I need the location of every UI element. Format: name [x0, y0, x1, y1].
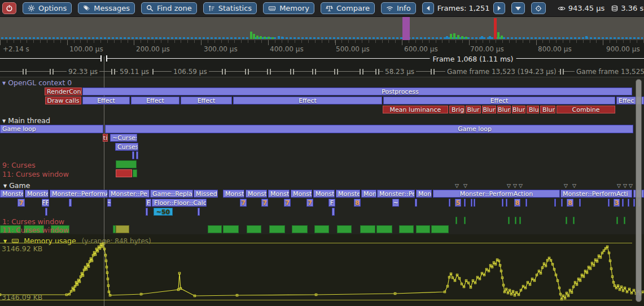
- section-game-header[interactable]: ▼Game: [3, 181, 30, 190]
- zone-bar[interactable]: Effect: [383, 97, 615, 104]
- frame-histogram-bar[interactable]: [446, 36, 448, 39]
- zone-bar[interactable]: [198, 208, 200, 216]
- zone-bar[interactable]: ~: [107, 199, 111, 207]
- plot-label-curses-9[interactable]: 9: Curses: [2, 161, 36, 169]
- zone-bar[interactable]: 8: [354, 199, 361, 207]
- zone-bar[interactable]: 7: [17, 199, 25, 207]
- frame-histogram-bar[interactable]: [457, 35, 459, 39]
- message-marker-icon[interactable]: ▽: [617, 183, 621, 189]
- zone-bar[interactable]: Mons: [361, 190, 376, 198]
- frame-histogram[interactable]: [0, 17, 644, 40]
- zone-bar[interactable]: [474, 199, 475, 207]
- zone-bar[interactable]: Game::Replay: [150, 190, 193, 198]
- zone-bar[interactable]: 5: [455, 199, 461, 207]
- frame-duration-label[interactable]: 106.59 µs: [172, 68, 209, 76]
- zone-bar[interactable]: [519, 217, 521, 224]
- frame-duration-label[interactable]: 92.33 µs: [67, 68, 99, 76]
- message-marker-icon[interactable]: ▽: [519, 183, 523, 189]
- zone-bar[interactable]: Blur: [527, 106, 539, 113]
- zone-bar[interactable]: Monste: [246, 190, 267, 198]
- frame-histogram-bar[interactable]: [281, 37, 283, 39]
- zone-bar[interactable]: 7: [306, 199, 313, 207]
- zone-bar[interactable]: [471, 199, 472, 207]
- zone-bar[interactable]: [515, 217, 516, 224]
- zone-bar[interactable]: [292, 225, 308, 233]
- collapse-view-button[interactable]: [511, 2, 525, 14]
- zone-bar[interactable]: Monster::Pe: [108, 190, 150, 198]
- collapse-triangle-icon[interactable]: ▼: [2, 81, 6, 86]
- zone-bar[interactable]: [146, 208, 148, 216]
- zone-bar[interactable]: FF: [42, 199, 49, 207]
- find-zone-button[interactable]: Find zone: [141, 2, 197, 14]
- zone-bar[interactable]: Blur: [497, 106, 511, 113]
- zone-bar[interactable]: Brigh: [449, 106, 465, 113]
- zone-bar[interactable]: Floor::Floor::Calc: [152, 199, 207, 207]
- zone-bar[interactable]: [506, 199, 507, 207]
- zone-bar[interactable]: Effect: [82, 97, 130, 104]
- zone-bar[interactable]: [360, 225, 375, 233]
- frame-histogram-bar[interactable]: [256, 36, 259, 39]
- zone-bar[interactable]: Game loop: [0, 125, 103, 133]
- zone-bar[interactable]: [269, 225, 285, 233]
- zone-bar[interactable]: [561, 199, 563, 207]
- zone-bar[interactable]: Effect: [181, 97, 232, 104]
- zone-bar[interactable]: Blur: [466, 106, 481, 113]
- zone-bar[interactable]: [133, 169, 137, 177]
- frame-duration-label[interactable]: 59.11 µs: [118, 68, 151, 76]
- zone-bar[interactable]: [573, 217, 575, 224]
- frame-histogram-bar[interactable]: [450, 34, 452, 39]
- zone-bar[interactable]: [332, 208, 335, 216]
- power-button[interactable]: [2, 2, 16, 14]
- zone-bar[interactable]: [223, 225, 239, 233]
- zone-bar[interactable]: RenderCont: [45, 88, 82, 95]
- memory-usage-chart[interactable]: [0, 237, 644, 306]
- zone-bar[interactable]: F: [328, 199, 335, 207]
- section-memory-header[interactable]: ▼ Memory usage (y-range: 848 bytes): [3, 237, 151, 245]
- zone-bar[interactable]: [508, 217, 510, 224]
- zone-bar[interactable]: Monster::Pe: [377, 190, 415, 198]
- zone-bar[interactable]: Blur: [482, 106, 496, 113]
- zone-bar[interactable]: [116, 169, 132, 177]
- zone-bar[interactable]: [464, 217, 466, 224]
- frame-histogram-bar[interactable]: [264, 37, 266, 39]
- frame-histogram-bar[interactable]: [250, 32, 252, 39]
- zone-bar[interactable]: Monste: [336, 190, 360, 198]
- zone-bar[interactable]: [208, 225, 222, 233]
- zone-bar[interactable]: [502, 199, 503, 207]
- focus-frame-button[interactable]: [531, 2, 546, 14]
- zone-bar[interactable]: 7: [261, 199, 268, 207]
- zone-bar[interactable]: [416, 225, 430, 233]
- zone-bar[interactable]: Monste: [25, 190, 49, 198]
- frame-histogram-bar[interactable]: [585, 36, 588, 39]
- zone-bar[interactable]: 8: [567, 199, 573, 207]
- zone-bar[interactable]: [116, 160, 137, 168]
- zone-bar[interactable]: [622, 199, 624, 207]
- zone-bar[interactable]: [337, 225, 352, 233]
- statistics-button[interactable]: Statistics: [203, 2, 257, 14]
- message-marker-icon[interactable]: ▽: [623, 183, 627, 189]
- memory-button[interactable]: Memory: [263, 2, 314, 14]
- zone-bar[interactable]: Monste: [223, 190, 244, 198]
- prev-frame-button[interactable]: [422, 2, 434, 14]
- frame-duration-label[interactable]: Game frame 13,523 (194.23 µs): [445, 68, 558, 76]
- zone-bar[interactable]: Curses: [115, 143, 138, 151]
- message-marker-icon[interactable]: ▽: [572, 183, 576, 189]
- zone-bar[interactable]: ~Curses: [110, 134, 137, 142]
- zone-bar[interactable]: [136, 151, 138, 159]
- frame-histogram-bar[interactable]: [494, 18, 497, 39]
- zone-bar[interactable]: [608, 199, 610, 207]
- zone-bar[interactable]: [376, 225, 392, 233]
- zone-bar[interactable]: [616, 217, 618, 224]
- frame-histogram-bar[interactable]: [497, 32, 500, 39]
- zone-bar[interactable]: Monster::PerformAction: [433, 190, 560, 198]
- frame-histogram-bar[interactable]: [501, 36, 503, 39]
- plot-label-curses-window-11[interactable]: 11: Curses window: [2, 170, 69, 178]
- zone-bar[interactable]: 3: [614, 199, 620, 207]
- zone-bar[interactable]: ti: [103, 134, 108, 142]
- zone-bar[interactable]: 7: [284, 199, 291, 207]
- frame-duration-label[interactable]: Game frame 13,525 (: [575, 68, 644, 76]
- plot-label-curses-window-1[interactable]: 1: Curses window: [2, 217, 64, 226]
- zone-bar[interactable]: [624, 217, 625, 224]
- zone-bar[interactable]: [566, 217, 567, 224]
- frame-histogram-bar[interactable]: [278, 36, 280, 39]
